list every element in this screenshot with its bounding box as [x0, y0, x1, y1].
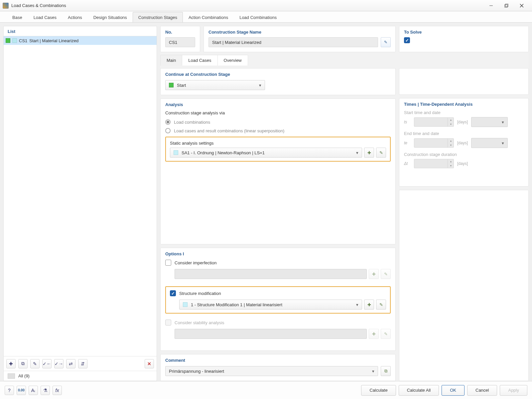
structmod-dropdown[interactable]: 1 - Structure Modification 1 | Material … [179, 300, 362, 310]
blank-card [399, 68, 529, 95]
comment-value: Primärspannung - linearisiert [169, 369, 224, 374]
new-settings-icon[interactable]: ✚ [364, 148, 374, 158]
filter-icon[interactable]: ⚗ [41, 386, 50, 395]
chevron-down-icon: ▾ [372, 369, 374, 374]
stability-checkbox [165, 320, 171, 326]
list-item-name: Start | Material Linearized [29, 38, 78, 43]
structmod-checkbox[interactable] [170, 290, 176, 296]
sas-value: SA1 - I. Ordnung | Newton-Raphson | LS=1 [182, 150, 265, 155]
detail-panel: No. CS1 Construction Stage Name Start | … [160, 26, 529, 381]
edit-stability-icon: ✎ [381, 329, 391, 339]
stage-name-label: Construction Stage Name [208, 30, 391, 35]
help-icon[interactable]: ? [5, 386, 14, 395]
ok-button[interactable]: OK [442, 385, 465, 396]
radio-load-combos[interactable]: Load combinations [165, 119, 391, 125]
sas-label: Static analysis settings [170, 141, 386, 146]
svg-rect-2 [505, 4, 508, 7]
stability-label: Consider stability analysis [175, 320, 224, 325]
copy-icon[interactable]: ⧉ [18, 359, 28, 368]
continue-title: Continue at Construction Stage [165, 72, 391, 77]
new-stability-icon: ✚ [369, 329, 379, 339]
list-title: List [4, 26, 157, 36]
calculate-all-button[interactable]: Calculate All [399, 385, 439, 396]
ts-input: ▴▾ [414, 117, 454, 127]
apply-button[interactable]: Apply [500, 385, 527, 396]
tab-action-combinations[interactable]: Action Combinations [183, 12, 234, 22]
check-right-icon[interactable]: ✓→ [54, 359, 64, 368]
filter-label: All (9) [18, 373, 30, 378]
sas-dropdown[interactable]: SA1 - I. Ordnung | Newton-Raphson | LS=1… [170, 148, 362, 158]
no-label: No. [165, 30, 195, 35]
tab-base[interactable]: Base [7, 12, 28, 22]
app-icon [3, 3, 9, 9]
via-label: Construction stage analysis via [165, 110, 391, 115]
edit-icon[interactable]: ✎ [30, 359, 40, 368]
list-footer: All (9) [4, 371, 157, 381]
comment-input[interactable]: Primärspannung - linearisiert ▾ [165, 366, 378, 376]
options-title: Options I [165, 251, 391, 256]
new-icon[interactable]: ✚ [6, 359, 16, 368]
rename-icon[interactable]: ✎ [381, 37, 391, 47]
list-body[interactable]: CS1 Start | Material Linearized [4, 36, 157, 356]
solve-checkbox[interactable] [404, 37, 410, 43]
ts-unit: [days] [457, 120, 468, 124]
start-label: Start time and date [404, 110, 524, 115]
te-symbol: te [404, 141, 411, 145]
minimize-button[interactable] [483, 0, 499, 11]
radio-load-cases[interactable]: Load cases and result combinations (line… [165, 128, 391, 133]
filter-swatch [8, 373, 15, 379]
continue-value: Start [177, 83, 186, 88]
tab-load-combinations[interactable]: Load Combinations [234, 12, 282, 22]
dur-label: Construction stage duration [404, 152, 524, 157]
calculate-button[interactable]: Calculate [361, 385, 396, 396]
struct-mod-highlight: Structure modification 1 - Structure Mod… [165, 286, 391, 314]
renumber-icon[interactable]: ⇄ [66, 359, 75, 368]
list-item-id: CS1 [19, 38, 27, 43]
inner-tab-load-cases[interactable]: Load Cases [182, 55, 217, 66]
dt-input: ▴▾ [414, 159, 454, 168]
list-panel: List CS1 Start | Material Linearized ✚ ⧉… [3, 26, 157, 381]
te-unit: [days] [457, 141, 468, 145]
comment-copy-icon[interactable]: ⧉ [381, 366, 391, 376]
window-title: Load Cases & Combinations [11, 3, 66, 8]
edit-settings-icon[interactable]: ✎ [376, 148, 386, 158]
font-icon[interactable]: Aᵢ [29, 386, 38, 395]
close-button[interactable] [514, 0, 529, 11]
new-structmod-icon[interactable]: ✚ [364, 300, 374, 310]
tab-construction-stages[interactable]: Construction Stages [133, 12, 183, 22]
structmod-value: 1 - Structure Modification 1 | Material … [191, 302, 282, 307]
continue-dropdown[interactable]: Start ▾ [165, 80, 265, 90]
structmod-label: Structure modification [179, 291, 221, 296]
static-analysis-highlight: Static analysis settings SA1 - I. Ordnun… [165, 137, 391, 162]
edit-structmod-icon[interactable]: ✎ [376, 300, 386, 310]
chevron-down-icon: ▾ [356, 150, 358, 155]
no-input[interactable]: CS1 [165, 37, 195, 47]
tab-load-cases[interactable]: Load Cases [28, 12, 62, 22]
ts-date-dropdown: ▾ [471, 117, 508, 127]
inner-tab-overview[interactable]: Overview [218, 55, 248, 66]
cancel-button[interactable]: Cancel [467, 385, 497, 396]
analysis-title: Analysis [165, 102, 391, 107]
titlebar: Load Cases & Combinations [0, 0, 532, 11]
new-imperfection-icon: ✚ [369, 269, 379, 279]
maximize-button[interactable] [499, 0, 514, 11]
tab-design-situations[interactable]: Design Situations [88, 12, 133, 22]
inner-tab-main[interactable]: Main [161, 55, 182, 66]
stage-name-input[interactable]: Start | Material Linearized [208, 37, 378, 47]
solve-label: To Solve [404, 30, 524, 35]
radio-icon [165, 128, 171, 133]
dt-unit: [days] [457, 161, 468, 166]
delete-icon[interactable]: ✕ [145, 359, 154, 368]
fx-icon[interactable]: fx [53, 386, 62, 395]
chevron-down-icon: ▾ [259, 83, 261, 88]
sort-icon[interactable]: ⇵ [78, 359, 87, 368]
imperfection-label: Consider imperfection [175, 260, 216, 265]
imperfection-checkbox[interactable] [165, 260, 171, 266]
list-item[interactable]: CS1 Start | Material Linearized [4, 36, 157, 45]
tab-actions[interactable]: Actions [62, 12, 88, 22]
check-all-icon[interactable]: ✓← [42, 359, 52, 368]
units-icon[interactable]: 0.00 [17, 386, 26, 395]
status-icon [6, 38, 10, 43]
radio-icon [165, 119, 171, 125]
type-icon [12, 38, 17, 43]
